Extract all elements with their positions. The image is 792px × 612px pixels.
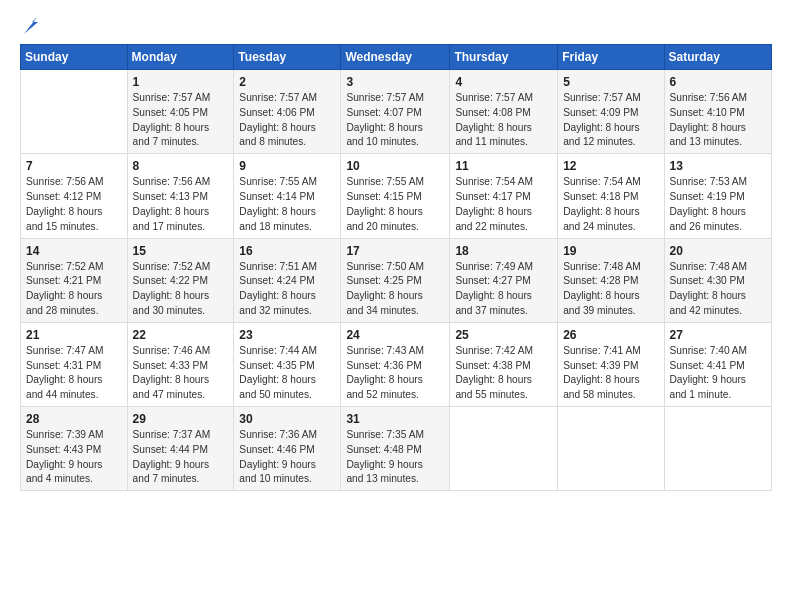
day-cell: 4Sunrise: 7:57 AMSunset: 4:08 PMDaylight… bbox=[450, 70, 558, 154]
day-cell: 10Sunrise: 7:55 AMSunset: 4:15 PMDayligh… bbox=[341, 154, 450, 238]
day-info-line: Daylight: 8 hours bbox=[346, 289, 444, 303]
day-cell: 17Sunrise: 7:50 AMSunset: 4:25 PMDayligh… bbox=[341, 238, 450, 322]
day-info-line: Sunset: 4:06 PM bbox=[239, 106, 335, 120]
col-header-sunday: Sunday bbox=[21, 45, 128, 70]
day-info-line: and 28 minutes. bbox=[26, 304, 122, 318]
day-number: 25 bbox=[455, 327, 552, 343]
day-number: 13 bbox=[670, 158, 766, 174]
day-info-line: Sunrise: 7:56 AM bbox=[670, 91, 766, 105]
day-info-line: Sunset: 4:28 PM bbox=[563, 274, 658, 288]
day-info-line: Daylight: 8 hours bbox=[455, 205, 552, 219]
day-cell: 23Sunrise: 7:44 AMSunset: 4:35 PMDayligh… bbox=[234, 322, 341, 406]
col-header-tuesday: Tuesday bbox=[234, 45, 341, 70]
calendar-table: SundayMondayTuesdayWednesdayThursdayFrid… bbox=[20, 44, 772, 491]
day-info-line: Sunrise: 7:57 AM bbox=[239, 91, 335, 105]
day-info-line: and 26 minutes. bbox=[670, 220, 766, 234]
day-info-line: Sunset: 4:24 PM bbox=[239, 274, 335, 288]
day-info-line: Sunrise: 7:48 AM bbox=[563, 260, 658, 274]
day-info-line: and 10 minutes. bbox=[239, 472, 335, 486]
day-number: 11 bbox=[455, 158, 552, 174]
day-cell: 20Sunrise: 7:48 AMSunset: 4:30 PMDayligh… bbox=[664, 238, 771, 322]
day-info-line: Sunset: 4:43 PM bbox=[26, 443, 122, 457]
day-cell: 16Sunrise: 7:51 AMSunset: 4:24 PMDayligh… bbox=[234, 238, 341, 322]
day-info-line: Daylight: 8 hours bbox=[670, 289, 766, 303]
day-number: 18 bbox=[455, 243, 552, 259]
day-number: 5 bbox=[563, 74, 658, 90]
col-header-friday: Friday bbox=[558, 45, 664, 70]
day-info-line: and 10 minutes. bbox=[346, 135, 444, 149]
day-cell: 15Sunrise: 7:52 AMSunset: 4:22 PMDayligh… bbox=[127, 238, 234, 322]
logo bbox=[20, 18, 40, 36]
col-header-monday: Monday bbox=[127, 45, 234, 70]
day-info-line: Sunset: 4:38 PM bbox=[455, 359, 552, 373]
day-info-line: Sunset: 4:41 PM bbox=[670, 359, 766, 373]
day-cell: 28Sunrise: 7:39 AMSunset: 4:43 PMDayligh… bbox=[21, 407, 128, 491]
day-info-line: Sunrise: 7:43 AM bbox=[346, 344, 444, 358]
day-info-line: and 13 minutes. bbox=[346, 472, 444, 486]
day-info-line: and 55 minutes. bbox=[455, 388, 552, 402]
day-info-line: Daylight: 8 hours bbox=[239, 205, 335, 219]
day-info-line: and 44 minutes. bbox=[26, 388, 122, 402]
page: SundayMondayTuesdayWednesdayThursdayFrid… bbox=[0, 0, 792, 612]
day-number: 19 bbox=[563, 243, 658, 259]
day-info-line: Sunset: 4:17 PM bbox=[455, 190, 552, 204]
day-info-line: Sunrise: 7:46 AM bbox=[133, 344, 229, 358]
day-cell: 8Sunrise: 7:56 AMSunset: 4:13 PMDaylight… bbox=[127, 154, 234, 238]
day-cell: 13Sunrise: 7:53 AMSunset: 4:19 PMDayligh… bbox=[664, 154, 771, 238]
day-cell: 6Sunrise: 7:56 AMSunset: 4:10 PMDaylight… bbox=[664, 70, 771, 154]
day-info-line: Sunrise: 7:42 AM bbox=[455, 344, 552, 358]
day-cell bbox=[450, 407, 558, 491]
day-info-line: Daylight: 8 hours bbox=[133, 205, 229, 219]
week-row-3: 21Sunrise: 7:47 AMSunset: 4:31 PMDayligh… bbox=[21, 322, 772, 406]
day-number: 16 bbox=[239, 243, 335, 259]
day-number: 4 bbox=[455, 74, 552, 90]
day-info-line: and 17 minutes. bbox=[133, 220, 229, 234]
day-info-line: Sunrise: 7:57 AM bbox=[563, 91, 658, 105]
week-row-1: 7Sunrise: 7:56 AMSunset: 4:12 PMDaylight… bbox=[21, 154, 772, 238]
day-info-line: Daylight: 9 hours bbox=[133, 458, 229, 472]
day-info-line: Daylight: 8 hours bbox=[26, 205, 122, 219]
day-info-line: Daylight: 8 hours bbox=[239, 289, 335, 303]
day-info-line: Daylight: 8 hours bbox=[563, 289, 658, 303]
logo-icon bbox=[22, 14, 40, 36]
day-info-line: Daylight: 9 hours bbox=[239, 458, 335, 472]
day-info-line: Sunset: 4:22 PM bbox=[133, 274, 229, 288]
day-info-line: Sunset: 4:44 PM bbox=[133, 443, 229, 457]
day-number: 6 bbox=[670, 74, 766, 90]
day-info-line: Sunset: 4:08 PM bbox=[455, 106, 552, 120]
day-info-line: Sunset: 4:31 PM bbox=[26, 359, 122, 373]
day-info-line: Sunrise: 7:49 AM bbox=[455, 260, 552, 274]
day-info-line: and 32 minutes. bbox=[239, 304, 335, 318]
day-number: 26 bbox=[563, 327, 658, 343]
day-info-line: Daylight: 8 hours bbox=[133, 373, 229, 387]
day-info-line: and 12 minutes. bbox=[563, 135, 658, 149]
day-info-line: and 58 minutes. bbox=[563, 388, 658, 402]
day-cell bbox=[558, 407, 664, 491]
day-info-line: and 39 minutes. bbox=[563, 304, 658, 318]
day-number: 30 bbox=[239, 411, 335, 427]
day-cell bbox=[21, 70, 128, 154]
day-cell: 22Sunrise: 7:46 AMSunset: 4:33 PMDayligh… bbox=[127, 322, 234, 406]
day-info-line: Sunrise: 7:40 AM bbox=[670, 344, 766, 358]
day-info-line: Daylight: 8 hours bbox=[670, 121, 766, 135]
day-info-line: Sunset: 4:36 PM bbox=[346, 359, 444, 373]
day-info-line: Daylight: 8 hours bbox=[346, 373, 444, 387]
day-cell: 19Sunrise: 7:48 AMSunset: 4:28 PMDayligh… bbox=[558, 238, 664, 322]
day-info-line: and 13 minutes. bbox=[670, 135, 766, 149]
day-info-line: and 50 minutes. bbox=[239, 388, 335, 402]
col-header-wednesday: Wednesday bbox=[341, 45, 450, 70]
day-cell: 7Sunrise: 7:56 AMSunset: 4:12 PMDaylight… bbox=[21, 154, 128, 238]
day-info-line: Daylight: 8 hours bbox=[239, 373, 335, 387]
day-info-line: Sunset: 4:46 PM bbox=[239, 443, 335, 457]
day-number: 23 bbox=[239, 327, 335, 343]
day-cell: 24Sunrise: 7:43 AMSunset: 4:36 PMDayligh… bbox=[341, 322, 450, 406]
day-info-line: and 42 minutes. bbox=[670, 304, 766, 318]
week-row-4: 28Sunrise: 7:39 AMSunset: 4:43 PMDayligh… bbox=[21, 407, 772, 491]
day-info-line: Sunrise: 7:52 AM bbox=[26, 260, 122, 274]
day-info-line: Sunrise: 7:55 AM bbox=[239, 175, 335, 189]
day-info-line: Sunset: 4:05 PM bbox=[133, 106, 229, 120]
day-info-line: Sunset: 4:12 PM bbox=[26, 190, 122, 204]
col-header-saturday: Saturday bbox=[664, 45, 771, 70]
svg-marker-0 bbox=[24, 16, 38, 34]
day-info-line: Sunrise: 7:36 AM bbox=[239, 428, 335, 442]
